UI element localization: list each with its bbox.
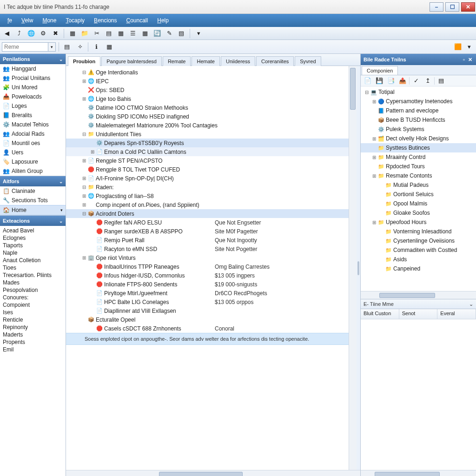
right-tree-row[interactable]: 📁Cysertenlinge Oveiisions — [361, 236, 476, 245]
expand-icon[interactable]: ⊞ — [81, 202, 87, 207]
right-tree-row[interactable]: ⊟💻Totipal — [361, 87, 476, 97]
tree-row[interactable]: 📄Piryltoge Mtirl./gueefmentDr6CO RecdPho… — [66, 289, 349, 298]
tree-row[interactable]: ⊞Comp incpent of on.Pioes, (rand Sppiien… — [66, 200, 349, 209]
doc-icon[interactable]: ▤ — [104, 28, 114, 39]
info-icon[interactable]: ℹ — [91, 42, 101, 52]
expand-icon[interactable]: ⊞ — [371, 220, 377, 225]
ext-item[interactable]: Anaut Colletion — [3, 257, 63, 264]
right-tree-row[interactable]: 📘Pattern and eveclope — [361, 106, 476, 115]
maximize-button[interactable]: ☐ — [445, 2, 459, 12]
expand-icon[interactable]: ⊟ — [81, 132, 87, 137]
save-icon[interactable]: 💾 — [374, 76, 384, 86]
right-tree-row[interactable]: ⊞🗂️Dect olvelly Hlok Designs — [361, 134, 476, 143]
right-tree-row[interactable]: 📁Gloake Soofos — [361, 208, 476, 218]
tree-row[interactable]: 🛑InlbaolUrinos TTPP RaneagesOmg Baling C… — [66, 262, 349, 271]
search-dropdown-icon[interactable]: ▾ — [48, 42, 56, 52]
menu-mone[interactable]: Mone — [38, 15, 61, 26]
menu-velw[interactable]: Velw — [17, 15, 38, 26]
splitter[interactable] — [357, 66, 360, 470]
nav-item[interactable]: 📘Breralits — [0, 111, 66, 120]
tree-row[interactable]: ❌Ops: SBED — [66, 86, 349, 94]
tree-row[interactable]: ⊞🌐Lige too Bahis — [66, 94, 349, 103]
ext-item[interactable]: Tioes — [3, 264, 63, 271]
nav-item[interactable]: 👥Aliten Group — [0, 166, 66, 176]
tree-row[interactable]: ⚙️Diokling SPD ICOMo HSED inafigned — [66, 112, 349, 121]
menu-help[interactable]: Help — [152, 15, 173, 26]
search-input[interactable] — [2, 42, 48, 52]
nav-back-icon[interactable]: ◀ — [2, 28, 12, 39]
cut-icon[interactable]: ✂ — [92, 28, 102, 39]
grid-col-header[interactable]: Everal — [437, 309, 476, 319]
list-icon[interactable]: ☰ — [128, 28, 138, 39]
expand-icon[interactable]: ⊟ — [81, 211, 87, 216]
collapse-icon[interactable]: ⌄ — [59, 57, 63, 62]
ext-item[interactable]: Conoures: — [3, 294, 63, 301]
filter-icon[interactable]: ▤ — [62, 42, 72, 52]
tree-row[interactable]: ⊞📄Rengple ST PEN/ACPSTO — [66, 156, 349, 165]
minimize-button[interactable]: – — [430, 2, 443, 12]
tree-row[interactable]: 📄Racyton to eMN SSDSite Not Pogetter — [66, 245, 349, 253]
ext-item[interactable]: Maderts — [3, 331, 63, 338]
tree-row[interactable]: ⊞🌐IEPC — [66, 77, 349, 86]
ext-item[interactable]: Trecesartion. Pliints — [3, 271, 63, 279]
nav-item[interactable]: 👥Adocial Rads — [0, 129, 66, 139]
gear-icon[interactable]: ⚙ — [38, 28, 48, 39]
right-tree-row[interactable]: ⚙️Puleık Systems — [361, 125, 476, 134]
expand-icon[interactable]: ⊞ — [81, 158, 87, 163]
close-button[interactable]: ✕ — [461, 2, 475, 12]
nav-item[interactable]: 🏷️Laposuure — [0, 157, 66, 166]
tree-row[interactable]: ⊞🏢Gpe riiot Vinturs — [66, 253, 349, 262]
grid-col-header[interactable]: Bluit Custon — [361, 309, 399, 319]
nav-home[interactable]: 🏠Home▾ — [0, 205, 66, 215]
panel-header-penilations[interactable]: Penilations ⌄ — [0, 54, 66, 64]
center-tab[interactable]: Syvred — [295, 56, 321, 66]
ext-item[interactable]: Naple — [3, 249, 63, 257]
menu-tocapiy[interactable]: Tocapiy — [61, 15, 89, 26]
panel-controls[interactable]: ▫ ✕ — [463, 57, 473, 63]
grid-collapse-icon[interactable]: ⌄ — [469, 301, 473, 307]
tree-row[interactable]: ⚙️Datime IOO CTMO Straion Methooks — [66, 103, 349, 112]
tree-row[interactable]: ⊟📦Acirodnt Doters — [66, 209, 349, 218]
panel-header-aitfors[interactable]: Aitfors ⌄ — [0, 176, 66, 186]
ext-item[interactable]: Eclognes — [3, 234, 63, 242]
new-icon[interactable]: 📄 — [363, 76, 373, 86]
expand-icon[interactable]: ⊟ — [81, 185, 87, 190]
right-tree-row[interactable]: ⊞📁Resmate Contonts — [361, 171, 476, 180]
center-tab[interactable]: Uniideress — [221, 56, 255, 66]
right-tree[interactable]: ⊟💻Totipal⊞🔵Cypersamottey Inetenodes📘Patt… — [361, 86, 476, 291]
center-tab[interactable]: Coreraniites — [256, 56, 294, 66]
expand-icon[interactable]: ⊞ — [81, 176, 87, 181]
expand-icon[interactable]: ⊞ — [371, 173, 377, 178]
nav-up-icon[interactable]: ⤴ — [14, 28, 24, 39]
folder-icon[interactable]: 📁 — [79, 28, 90, 39]
menu-fe[interactable]: fe — [3, 15, 17, 26]
table-icon[interactable]: ▦ — [116, 28, 126, 39]
right-tree-row[interactable]: 📁Rpdocted Tours — [361, 162, 476, 171]
star-icon[interactable]: ✧ — [75, 42, 85, 52]
edit-icon[interactable]: ✎ — [164, 28, 174, 39]
tree-row[interactable]: 🛑Rengple 8 TOL Tivet TOP CUFED — [66, 165, 349, 174]
tree-row[interactable]: ⚙️Depares Spn-tiTS5B0'y Royests — [66, 139, 349, 147]
badge-icon[interactable]: 🟧 — [453, 42, 463, 52]
chart-icon[interactable]: ▧ — [176, 28, 186, 39]
ext-item[interactable]: Acead Bavel — [3, 227, 63, 234]
pin-icon[interactable]: ↥ — [423, 76, 433, 86]
ext-item[interactable]: Renticle — [3, 316, 63, 324]
right-tab-componien[interactable]: Componien — [362, 66, 398, 75]
tree-row[interactable]: ⚙️Mialelemategerl Matrionure 200% Tool C… — [66, 121, 349, 130]
nav-item[interactable]: 👥Hanggard — [0, 64, 66, 73]
tree-row[interactable]: 🛑Regifer faN ARO ELSUQue Not Engsetter — [66, 218, 349, 227]
right-tree-row[interactable]: 📁Canpeined — [361, 264, 476, 273]
right-tree-row[interactable]: 📁Mutial Padeus — [361, 180, 476, 190]
tree-row[interactable]: ⊞📄Emon a Cold PC Ualliin Camtons — [66, 147, 349, 156]
ext-item[interactable]: Repinonty — [3, 324, 63, 331]
expand-icon[interactable]: ⊞ — [371, 136, 377, 141]
nav-item[interactable]: 📥Poweloacds — [0, 92, 66, 101]
grid-icon[interactable]: ▦ — [140, 28, 150, 39]
right-grid-scrollbar[interactable] — [361, 470, 476, 476]
tree-row[interactable]: 📄HPC Balte LIG Conelages$13 005 orppos — [66, 298, 349, 306]
nav-item[interactable]: 🔧Secutions Tots — [0, 196, 66, 205]
nav-item[interactable]: 📄Loges — [0, 101, 66, 111]
expand-icon[interactable]: ⊞ — [81, 96, 87, 101]
nav-item[interactable]: 👤Uers — [0, 148, 66, 157]
